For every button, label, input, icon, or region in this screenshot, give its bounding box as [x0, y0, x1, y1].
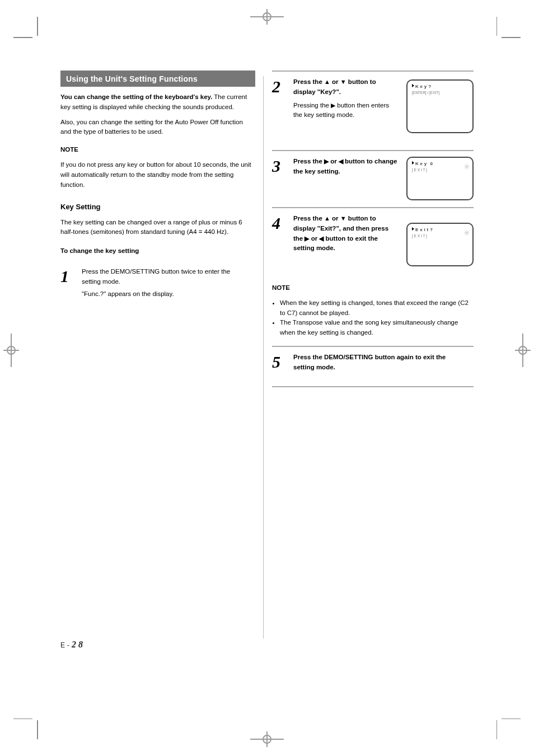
registration-mark [250, 728, 284, 750]
step-1-text2: "Func.?" appears on the display. [82, 289, 250, 299]
lcd-line: K e y ? [415, 84, 431, 89]
step-2-mid: or [330, 78, 340, 85]
step-4-d: or [309, 235, 319, 242]
lcd-line: E x i t ? [415, 227, 433, 232]
step-3-lead: Press the [293, 158, 324, 165]
note-item: When the key setting is changed, tones t… [280, 298, 474, 318]
key-setting-body: The key setting can be changed over a ra… [60, 218, 255, 238]
step-5: 5 Press the DEMO/SETTING button again to… [272, 347, 474, 386]
step-1: 1 Press the DEMO/SETTING button twice to… [60, 261, 262, 307]
crop-mark [37, 720, 38, 739]
note-item: The Transpose value and the song key sim… [280, 318, 474, 338]
lcd-hint: [ E X I T ] [412, 168, 468, 172]
down-triangle-icon: ▼ [340, 215, 346, 222]
lcd-display: K e y ? [ENTER] / [EXIT] [406, 79, 474, 133]
step-5-text: Press the DEMO/SETTING button again to e… [293, 353, 461, 373]
caret-icon [412, 161, 414, 165]
to-change-block: To change the key setting [60, 246, 255, 256]
crop-mark [502, 37, 521, 38]
step-divider [272, 386, 474, 387]
lcd-hint: [ENTER] / [EXIT] [412, 91, 468, 95]
step-number: 5 [272, 353, 280, 372]
step-4-a: Press the [293, 215, 324, 222]
crop-mark [496, 720, 498, 739]
blink-icon: ✳ [463, 162, 469, 172]
step-number: 1 [60, 267, 69, 286]
note-label: NOTE [272, 283, 474, 293]
up-triangle-icon: ▲ [324, 215, 330, 222]
crop-mark [496, 17, 498, 36]
content-area: Using the Unit's Setting Functions You c… [60, 71, 474, 641]
heading-key-setting: Key Setting [60, 201, 255, 213]
crop-mark [13, 37, 32, 38]
lcd-display: ✳ K e y 0 [ E X I T ] [406, 157, 474, 200]
step-4: 4 Press the ▲ or ▼ button to display "Ex… [272, 208, 474, 281]
step-2-tail1: Pressing the [293, 102, 331, 109]
blink-icon: ✳ [463, 228, 469, 238]
lcd-line: K e y [415, 161, 427, 166]
registration-mark [250, 6, 284, 28]
step-number: 3 [272, 157, 280, 176]
step-2: 2 Press the ▲ or ▼ button to display "Ke… [272, 72, 474, 150]
page-number: E-28 [60, 640, 85, 650]
registration-mark [512, 334, 534, 367]
registration-mark [0, 334, 22, 367]
left-triangle-icon: ◀ [339, 158, 343, 165]
intro-text: You can change the setting of the keyboa… [60, 92, 255, 137]
crop-mark [502, 719, 521, 720]
note-body: If you do not press any key or button fo… [60, 160, 255, 190]
right-triangle-icon: ▶ [324, 158, 329, 165]
lcd-display: ✳ E x i t ? [ E X I T ] [406, 223, 474, 266]
step-1-text: Press the DEMO/SETTING button twice to e… [82, 267, 250, 287]
note-label: NOTE [60, 145, 255, 155]
step-3: 3 Press the ▶ or ◀ button to change the … [272, 151, 474, 207]
step-3-mid: or [329, 158, 339, 165]
lcd-value: 0 [430, 161, 433, 166]
step-number: 2 [272, 77, 280, 96]
left-column: Using the Unit's Setting Functions You c… [60, 71, 255, 307]
step-number: 4 [272, 214, 280, 233]
page: Using the Unit's Setting Functions You c… [0, 0, 534, 756]
right-triangle-icon: ▶ [331, 102, 335, 109]
caret-icon [412, 227, 414, 231]
page-prefix: E- [60, 641, 72, 649]
right-column: 2 Press the ▲ or ▼ button to display "Ke… [272, 71, 474, 387]
section-header: Using the Unit's Setting Functions [60, 71, 255, 87]
crop-mark [13, 719, 32, 720]
column-divider [263, 76, 264, 638]
down-triangle-icon: ▼ [340, 78, 346, 85]
intro-lead: You can change the setting of the keyboa… [60, 93, 212, 100]
key-setting-block: Key Setting The key setting can be chang… [60, 201, 255, 238]
page-num-value: 28 [72, 640, 85, 649]
heading-to-change: To change the key setting [60, 246, 255, 256]
caret-icon [412, 84, 414, 87]
step-4-b: or [330, 215, 340, 222]
note-block: NOTE If you do not press any key or butt… [60, 145, 255, 190]
crop-mark [37, 17, 38, 36]
lcd-hint: [ E X I T ] [412, 234, 468, 238]
intro-p2: Also, you can change the setting for the… [60, 118, 255, 138]
up-triangle-icon: ▲ [324, 78, 330, 85]
note-block-right: NOTE When the key setting is changed, to… [272, 283, 474, 338]
step-2-lead: Press the [293, 78, 324, 85]
